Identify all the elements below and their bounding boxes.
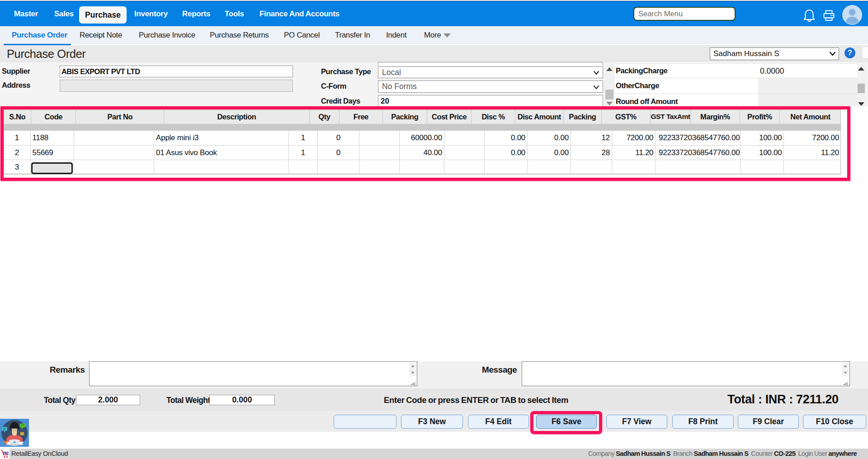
svg-text:RE: RE bbox=[3, 450, 9, 455]
